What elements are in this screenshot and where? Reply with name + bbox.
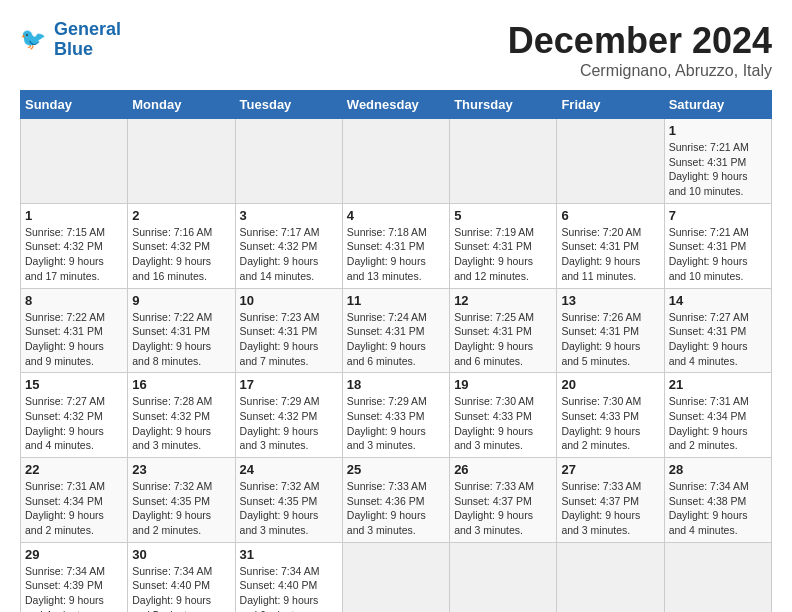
day-info: Sunrise: 7:17 AMSunset: 4:32 PMDaylight:… xyxy=(240,225,338,284)
day-cell: 7Sunrise: 7:21 AMSunset: 4:31 PMDaylight… xyxy=(664,203,771,288)
day-info: Sunrise: 7:29 AMSunset: 4:33 PMDaylight:… xyxy=(347,394,445,453)
day-info: Sunrise: 7:29 AMSunset: 4:32 PMDaylight:… xyxy=(240,394,338,453)
day-cell: 30Sunrise: 7:34 AMSunset: 4:40 PMDayligh… xyxy=(128,542,235,612)
title-area: December 2024 Cermignano, Abruzzo, Italy xyxy=(508,20,772,80)
day-cell: 9Sunrise: 7:22 AMSunset: 4:31 PMDaylight… xyxy=(128,288,235,373)
day-info: Sunrise: 7:34 AMSunset: 4:39 PMDaylight:… xyxy=(25,564,123,612)
day-cell xyxy=(342,119,449,204)
day-cell: 21Sunrise: 7:31 AMSunset: 4:34 PMDayligh… xyxy=(664,373,771,458)
day-info: Sunrise: 7:34 AMSunset: 4:40 PMDaylight:… xyxy=(240,564,338,612)
day-info: Sunrise: 7:20 AMSunset: 4:31 PMDaylight:… xyxy=(561,225,659,284)
day-info: Sunrise: 7:27 AMSunset: 4:31 PMDaylight:… xyxy=(669,310,767,369)
day-number: 4 xyxy=(347,208,445,223)
day-info: Sunrise: 7:26 AMSunset: 4:31 PMDaylight:… xyxy=(561,310,659,369)
calendar-table: SundayMondayTuesdayWednesdayThursdayFrid… xyxy=(20,90,772,612)
day-info: Sunrise: 7:25 AMSunset: 4:31 PMDaylight:… xyxy=(454,310,552,369)
day-number: 28 xyxy=(669,462,767,477)
day-number: 27 xyxy=(561,462,659,477)
day-number: 2 xyxy=(132,208,230,223)
col-header-saturday: Saturday xyxy=(664,91,771,119)
day-info: Sunrise: 7:21 AMSunset: 4:31 PMDaylight:… xyxy=(669,140,767,199)
day-cell: 26Sunrise: 7:33 AMSunset: 4:37 PMDayligh… xyxy=(450,458,557,543)
day-number: 13 xyxy=(561,293,659,308)
day-number: 14 xyxy=(669,293,767,308)
col-header-sunday: Sunday xyxy=(21,91,128,119)
day-cell: 1Sunrise: 7:15 AMSunset: 4:32 PMDaylight… xyxy=(21,203,128,288)
day-cell xyxy=(450,119,557,204)
day-info: Sunrise: 7:16 AMSunset: 4:32 PMDaylight:… xyxy=(132,225,230,284)
month-title: December 2024 xyxy=(508,20,772,62)
week-row-2: 1Sunrise: 7:15 AMSunset: 4:32 PMDaylight… xyxy=(21,203,772,288)
day-cell: 13Sunrise: 7:26 AMSunset: 4:31 PMDayligh… xyxy=(557,288,664,373)
day-cell: 10Sunrise: 7:23 AMSunset: 4:31 PMDayligh… xyxy=(235,288,342,373)
week-row-5: 22Sunrise: 7:31 AMSunset: 4:34 PMDayligh… xyxy=(21,458,772,543)
day-info: Sunrise: 7:24 AMSunset: 4:31 PMDaylight:… xyxy=(347,310,445,369)
day-info: Sunrise: 7:34 AMSunset: 4:38 PMDaylight:… xyxy=(669,479,767,538)
day-cell: 23Sunrise: 7:32 AMSunset: 4:35 PMDayligh… xyxy=(128,458,235,543)
day-info: Sunrise: 7:15 AMSunset: 4:32 PMDaylight:… xyxy=(25,225,123,284)
day-cell xyxy=(664,542,771,612)
col-header-friday: Friday xyxy=(557,91,664,119)
week-row-1: 1Sunrise: 7:21 AMSunset: 4:31 PMDaylight… xyxy=(21,119,772,204)
day-number: 26 xyxy=(454,462,552,477)
week-row-6: 29Sunrise: 7:34 AMSunset: 4:39 PMDayligh… xyxy=(21,542,772,612)
day-cell: 5Sunrise: 7:19 AMSunset: 4:31 PMDaylight… xyxy=(450,203,557,288)
day-info: Sunrise: 7:33 AMSunset: 4:37 PMDaylight:… xyxy=(561,479,659,538)
day-info: Sunrise: 7:33 AMSunset: 4:37 PMDaylight:… xyxy=(454,479,552,538)
day-cell: 11Sunrise: 7:24 AMSunset: 4:31 PMDayligh… xyxy=(342,288,449,373)
svg-text:🐦: 🐦 xyxy=(20,26,47,52)
day-info: Sunrise: 7:31 AMSunset: 4:34 PMDaylight:… xyxy=(669,394,767,453)
day-info: Sunrise: 7:19 AMSunset: 4:31 PMDaylight:… xyxy=(454,225,552,284)
logo: 🐦 General Blue xyxy=(20,20,121,60)
day-cell xyxy=(557,542,664,612)
col-header-monday: Monday xyxy=(128,91,235,119)
day-number: 29 xyxy=(25,547,123,562)
day-cell: 18Sunrise: 7:29 AMSunset: 4:33 PMDayligh… xyxy=(342,373,449,458)
day-number: 16 xyxy=(132,377,230,392)
day-number: 24 xyxy=(240,462,338,477)
day-number: 6 xyxy=(561,208,659,223)
day-info: Sunrise: 7:31 AMSunset: 4:34 PMDaylight:… xyxy=(25,479,123,538)
day-cell xyxy=(128,119,235,204)
day-cell: 16Sunrise: 7:28 AMSunset: 4:32 PMDayligh… xyxy=(128,373,235,458)
day-cell: 6Sunrise: 7:20 AMSunset: 4:31 PMDaylight… xyxy=(557,203,664,288)
day-cell: 2Sunrise: 7:16 AMSunset: 4:32 PMDaylight… xyxy=(128,203,235,288)
day-number: 22 xyxy=(25,462,123,477)
day-info: Sunrise: 7:33 AMSunset: 4:36 PMDaylight:… xyxy=(347,479,445,538)
day-cell: 20Sunrise: 7:30 AMSunset: 4:33 PMDayligh… xyxy=(557,373,664,458)
day-number: 21 xyxy=(669,377,767,392)
header: 🐦 General Blue December 2024 Cermignano,… xyxy=(20,20,772,80)
col-header-wednesday: Wednesday xyxy=(342,91,449,119)
header-row: SundayMondayTuesdayWednesdayThursdayFrid… xyxy=(21,91,772,119)
day-info: Sunrise: 7:18 AMSunset: 4:31 PMDaylight:… xyxy=(347,225,445,284)
day-number: 8 xyxy=(25,293,123,308)
location-title: Cermignano, Abruzzo, Italy xyxy=(508,62,772,80)
day-number: 19 xyxy=(454,377,552,392)
day-number: 7 xyxy=(669,208,767,223)
day-info: Sunrise: 7:22 AMSunset: 4:31 PMDaylight:… xyxy=(132,310,230,369)
day-info: Sunrise: 7:28 AMSunset: 4:32 PMDaylight:… xyxy=(132,394,230,453)
day-cell xyxy=(342,542,449,612)
day-number: 31 xyxy=(240,547,338,562)
day-info: Sunrise: 7:32 AMSunset: 4:35 PMDaylight:… xyxy=(240,479,338,538)
day-number: 18 xyxy=(347,377,445,392)
day-cell: 29Sunrise: 7:34 AMSunset: 4:39 PMDayligh… xyxy=(21,542,128,612)
day-number: 1 xyxy=(669,123,767,138)
day-cell: 27Sunrise: 7:33 AMSunset: 4:37 PMDayligh… xyxy=(557,458,664,543)
day-cell xyxy=(21,119,128,204)
day-cell: 14Sunrise: 7:27 AMSunset: 4:31 PMDayligh… xyxy=(664,288,771,373)
day-cell xyxy=(235,119,342,204)
day-cell: 17Sunrise: 7:29 AMSunset: 4:32 PMDayligh… xyxy=(235,373,342,458)
day-number: 23 xyxy=(132,462,230,477)
day-cell: 24Sunrise: 7:32 AMSunset: 4:35 PMDayligh… xyxy=(235,458,342,543)
day-info: Sunrise: 7:34 AMSunset: 4:40 PMDaylight:… xyxy=(132,564,230,612)
day-cell: 15Sunrise: 7:27 AMSunset: 4:32 PMDayligh… xyxy=(21,373,128,458)
day-cell: 3Sunrise: 7:17 AMSunset: 4:32 PMDaylight… xyxy=(235,203,342,288)
day-info: Sunrise: 7:30 AMSunset: 4:33 PMDaylight:… xyxy=(454,394,552,453)
day-number: 20 xyxy=(561,377,659,392)
day-cell: 19Sunrise: 7:30 AMSunset: 4:33 PMDayligh… xyxy=(450,373,557,458)
day-number: 1 xyxy=(25,208,123,223)
day-number: 11 xyxy=(347,293,445,308)
day-cell: 25Sunrise: 7:33 AMSunset: 4:36 PMDayligh… xyxy=(342,458,449,543)
col-header-thursday: Thursday xyxy=(450,91,557,119)
